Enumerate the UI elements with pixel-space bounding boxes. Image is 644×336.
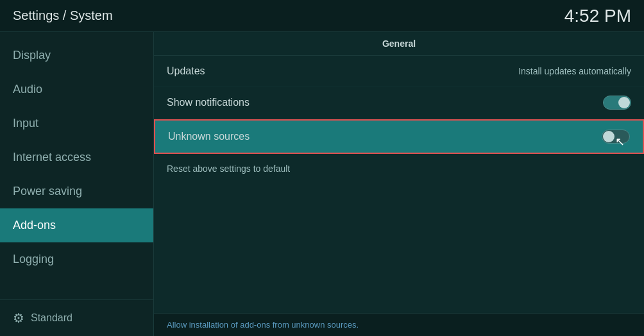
section-header-general: General bbox=[154, 32, 644, 56]
sidebar-footer[interactable]: ⚙ Standard bbox=[0, 299, 153, 336]
sidebar-item-internet-access[interactable]: Internet access bbox=[0, 140, 153, 174]
sidebar-footer-label: Standard bbox=[31, 312, 72, 324]
unknown-sources-toggle[interactable] bbox=[602, 130, 630, 144]
page-title: Settings / System bbox=[13, 8, 113, 23]
content-area: General Updates Install updates automati… bbox=[154, 32, 644, 336]
show-notifications-label: Show notifications bbox=[167, 97, 250, 108]
main-layout: Display Audio Input Internet access Powe… bbox=[0, 32, 644, 336]
header: Settings / System 4:52 PM bbox=[0, 0, 644, 32]
status-text: Allow installation of add-ons from unkno… bbox=[167, 320, 359, 330]
unknown-sources-toggle-knob bbox=[603, 131, 614, 142]
sidebar-item-display[interactable]: Display bbox=[0, 38, 153, 72]
sidebar-item-input[interactable]: Input bbox=[0, 106, 153, 140]
show-notifications-toggle[interactable] bbox=[603, 96, 631, 110]
updates-label: Updates bbox=[167, 65, 205, 77]
reset-label[interactable]: Reset above settings to default bbox=[167, 164, 290, 174]
sidebar-item-power-saving[interactable]: Power saving bbox=[0, 174, 153, 208]
settings-panel: General Updates Install updates automati… bbox=[154, 32, 644, 313]
clock: 4:52 PM bbox=[564, 6, 631, 26]
sidebar-item-add-ons[interactable]: Add-ons bbox=[0, 208, 153, 242]
unknown-sources-label: Unknown sources bbox=[168, 131, 250, 142]
updates-value: Install updates automatically bbox=[518, 66, 631, 76]
show-notifications-toggle-knob bbox=[618, 97, 630, 108]
sidebar-item-audio[interactable]: Audio bbox=[0, 72, 153, 106]
status-bar: Allow installation of add-ons from unkno… bbox=[154, 313, 644, 336]
settings-row-show-notifications[interactable]: Show notifications bbox=[154, 87, 644, 119]
sidebar: Display Audio Input Internet access Powe… bbox=[0, 32, 154, 336]
reset-row[interactable]: Reset above settings to default bbox=[154, 154, 644, 183]
gear-icon: ⚙ bbox=[13, 310, 24, 326]
settings-row-updates[interactable]: Updates Install updates automatically bbox=[154, 56, 644, 87]
sidebar-item-logging[interactable]: Logging bbox=[0, 242, 153, 276]
settings-row-unknown-sources[interactable]: Unknown sources ↖ bbox=[154, 119, 644, 154]
